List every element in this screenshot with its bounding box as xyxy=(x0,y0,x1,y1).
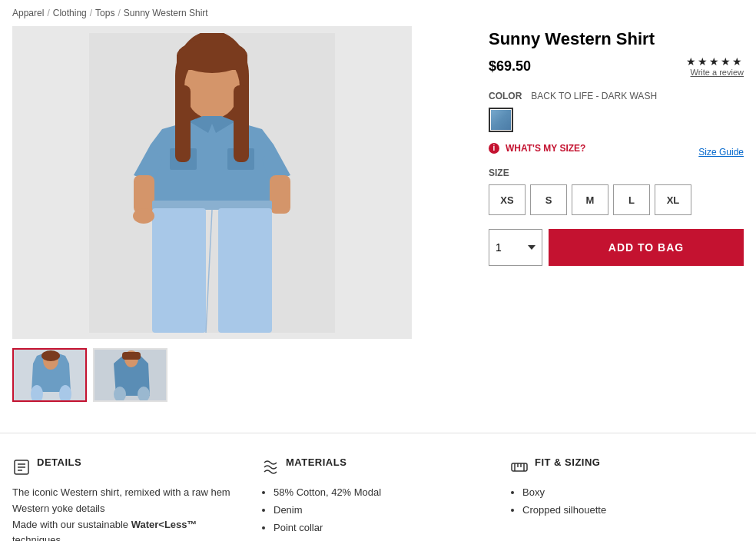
material-item: Point collar xyxy=(274,520,479,536)
details-section: DETAILS The iconic Western shirt, remixe… xyxy=(12,456,246,541)
fit-sizing-list: Boxy Cropped silhouette xyxy=(510,485,728,519)
svg-point-22 xyxy=(41,350,60,361)
svg-rect-12 xyxy=(152,208,206,333)
size-m[interactable]: M xyxy=(572,184,608,215)
svg-point-15 xyxy=(133,208,154,224)
breadcrumb-apparel[interactable]: Apparel xyxy=(12,8,44,18)
breadcrumb-sep-2: / xyxy=(90,8,92,18)
breadcrumb-sep-1: / xyxy=(47,8,49,18)
breadcrumb-sep-3: / xyxy=(118,8,120,18)
color-swatches xyxy=(489,108,744,132)
material-item: Short sleeves with rolled cuffs xyxy=(274,537,479,541)
write-review-link[interactable]: Write a review xyxy=(691,68,744,77)
fit-sizing-title: FIT & SIZING xyxy=(535,456,600,468)
svg-point-24 xyxy=(114,387,126,402)
size-l[interactable]: L xyxy=(613,184,650,215)
thumbnail-list xyxy=(12,348,458,402)
materials-title: MATERIALS xyxy=(286,456,346,468)
svg-rect-5 xyxy=(177,55,247,70)
whats-my-size-label: WHAT'S MY SIZE? xyxy=(506,143,585,154)
breadcrumb: Apparel / Clothing / Tops / Sunny Wester… xyxy=(0,0,756,26)
svg-rect-10 xyxy=(270,175,290,214)
materials-list: 58% Cotton, 42% Modal Denim Point collar… xyxy=(261,485,479,541)
size-guide-link[interactable]: Size Guide xyxy=(698,147,744,158)
color-label: Color xyxy=(489,91,522,101)
svg-point-25 xyxy=(138,387,150,402)
star-rating: ★★★★★ xyxy=(686,55,744,68)
add-to-bag-button[interactable]: ADD TO BAG xyxy=(549,229,744,266)
details-text: The iconic Western shirt, remixed with a… xyxy=(12,485,230,541)
size-buttons: XS S M L XL xyxy=(489,184,744,215)
product-images xyxy=(12,26,458,402)
details-title: DETAILS xyxy=(37,456,81,468)
thumbnail-1[interactable] xyxy=(12,348,87,402)
price-row: $69.50 ★★★★★ Write a review xyxy=(489,55,744,77)
fit-item: Cropped silhouette xyxy=(522,503,728,519)
svg-rect-32 xyxy=(512,463,527,471)
add-to-bag-row: 1 2 3 4 5 ADD TO BAG xyxy=(489,229,744,266)
color-swatch-denim[interactable] xyxy=(489,108,513,132)
color-section: Color BACK TO LIFE - DARK WASH xyxy=(489,89,744,132)
size-xs[interactable]: XS xyxy=(489,184,526,215)
materials-text: 58% Cotton, 42% Modal Denim Point collar… xyxy=(261,485,479,541)
thumbnail-2[interactable] xyxy=(93,348,167,402)
size-xl[interactable]: XL xyxy=(655,184,691,215)
main-product-image xyxy=(12,26,412,339)
svg-rect-16 xyxy=(175,85,191,162)
breadcrumb-current: Sunny Western Shirt xyxy=(124,8,208,18)
breadcrumb-clothing[interactable]: Clothing xyxy=(53,8,87,18)
materials-section: MATERIALS 58% Cotton, 42% Modal Denim Po… xyxy=(246,456,495,541)
material-item: Denim xyxy=(274,503,479,519)
svg-rect-17 xyxy=(234,85,249,162)
whats-my-size-button[interactable]: i WHAT'S MY SIZE? xyxy=(489,143,585,154)
svg-rect-13 xyxy=(218,208,272,333)
details-icon xyxy=(12,458,31,476)
product-page: Sunny Western Shirt $69.50 ★★★★★ Write a… xyxy=(0,26,756,433)
fit-item: Boxy xyxy=(522,485,728,501)
color-value: BACK TO LIFE - DARK WASH xyxy=(531,91,657,101)
waterless-text: Water<Less™ xyxy=(131,519,197,530)
svg-rect-27 xyxy=(122,352,141,360)
product-bottom-sections: DETAILS The iconic Western shirt, remixe… xyxy=(0,433,756,541)
size-s[interactable]: S xyxy=(530,184,567,215)
material-item: 58% Cotton, 42% Modal xyxy=(274,485,479,501)
materials-icon xyxy=(261,458,280,476)
rating-block: ★★★★★ Write a review xyxy=(686,55,744,77)
product-details: Sunny Western Shirt $69.50 ★★★★★ Write a… xyxy=(489,26,744,402)
size-section: Size XS S M L XL xyxy=(489,168,744,215)
info-icon: i xyxy=(489,143,499,154)
product-price: $69.50 xyxy=(489,58,531,75)
size-label: Size xyxy=(489,168,744,178)
fit-sizing-section: FIT & SIZING Boxy Cropped silhouette xyxy=(495,456,744,541)
svg-rect-9 xyxy=(134,175,154,214)
breadcrumb-tops[interactable]: Tops xyxy=(95,8,114,18)
quantity-select[interactable]: 1 2 3 4 5 xyxy=(489,229,542,266)
fit-sizing-icon xyxy=(510,458,529,476)
product-title: Sunny Western Shirt xyxy=(489,29,744,49)
fit-sizing-text: Boxy Cropped silhouette xyxy=(510,485,728,519)
